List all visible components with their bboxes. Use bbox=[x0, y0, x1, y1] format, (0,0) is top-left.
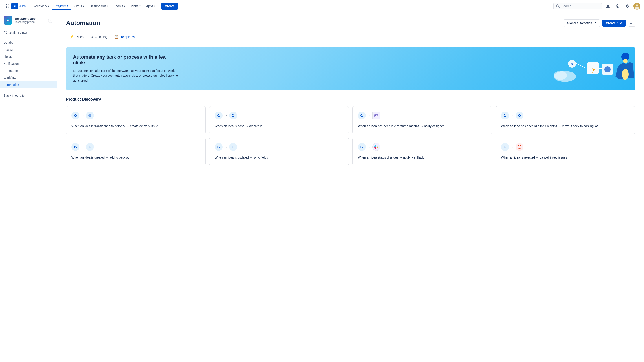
nav-left: Jira Your work ▾ Projects ▾ Filters ▾ Da… bbox=[4, 2, 178, 10]
nav-projects[interactable]: Projects ▾ bbox=[52, 2, 70, 10]
refresh2-icon bbox=[518, 114, 522, 118]
nav-dashboards[interactable]: Dashboards ▾ bbox=[87, 3, 111, 10]
refresh-icon bbox=[74, 145, 78, 149]
card-1-icons: → bbox=[72, 112, 200, 120]
refresh-icon bbox=[503, 145, 507, 149]
svg-text:◈: ◈ bbox=[571, 62, 574, 66]
card-7-icon-refresh bbox=[358, 143, 366, 151]
refresh-icon bbox=[360, 114, 364, 118]
card-1-icon-refresh bbox=[72, 112, 80, 120]
card-4-icons: → bbox=[501, 112, 630, 120]
sidebar-collapse-button[interactable]: ‹ bbox=[48, 17, 54, 23]
create-rule-button[interactable]: Create rule bbox=[602, 19, 626, 26]
card-4-text: When an idea has been idle for 4 months … bbox=[501, 124, 630, 129]
header-actions: Global automation Create rule ··· bbox=[564, 19, 635, 27]
svg-rect-6 bbox=[5, 7, 6, 8]
card-2-arrow-icon: → bbox=[224, 114, 228, 117]
search-input[interactable] bbox=[562, 4, 597, 8]
nav-your-work[interactable]: Your work ▾ bbox=[31, 3, 52, 10]
sidebar-item-access[interactable]: Access bbox=[0, 46, 57, 53]
project-name: Awesome app bbox=[15, 17, 46, 20]
banner-svg-illustration: ◈ bbox=[547, 50, 635, 87]
sidebar-item-features[interactable]: › Features bbox=[0, 67, 57, 74]
card-1-arrow-icon: → bbox=[81, 114, 84, 117]
svg-point-18 bbox=[554, 71, 567, 80]
svg-point-28 bbox=[622, 69, 628, 80]
svg-rect-1 bbox=[6, 4, 7, 5]
project-info: Awesome app Discovery project bbox=[15, 17, 46, 23]
card-2-icon-refresh2 bbox=[229, 112, 237, 120]
svg-rect-8 bbox=[8, 7, 8, 8]
automation-card-8[interactable]: → When an idea is rejected → cancel link… bbox=[496, 138, 635, 166]
search-box[interactable] bbox=[554, 3, 602, 9]
back-arrow-icon bbox=[4, 31, 7, 34]
help-button[interactable] bbox=[614, 3, 621, 10]
automation-card-1[interactable]: → When an idea is transitioned to delive… bbox=[66, 106, 206, 134]
refresh2-icon bbox=[231, 114, 235, 118]
svg-text:A: A bbox=[7, 19, 8, 21]
user-avatar[interactable] bbox=[634, 3, 640, 10]
sidebar-item-details[interactable]: Details bbox=[0, 39, 57, 46]
automation-card-4[interactable]: → When an idea has been idle for 4 month… bbox=[496, 106, 635, 134]
app-switcher-button[interactable] bbox=[4, 3, 10, 9]
refresh-icon bbox=[217, 145, 220, 149]
diamond-icon bbox=[88, 114, 92, 118]
back-to-views-button[interactable]: Back to views bbox=[0, 28, 57, 37]
sidebar-item-notifications[interactable]: Notifications bbox=[0, 60, 57, 67]
sidebar-item-automation[interactable]: Automation bbox=[0, 81, 57, 88]
sidebar-navigation: Details Access Fields Notifications › Fe… bbox=[0, 37, 57, 362]
svg-point-16 bbox=[4, 31, 7, 34]
banner-illustration: ◈ bbox=[547, 47, 635, 90]
svg-rect-3 bbox=[5, 6, 6, 6]
automation-card-5[interactable]: → When an idea is created → add to backl… bbox=[66, 138, 206, 166]
jira-brand-label: Jira bbox=[19, 4, 26, 8]
nav-teams[interactable]: Teams ▾ bbox=[111, 3, 128, 10]
main-content: Automation Global automation Create rule… bbox=[57, 12, 644, 362]
card-7-icons: → bbox=[358, 143, 486, 151]
chevron-down-icon: ▾ bbox=[83, 5, 84, 7]
card-3-arrow-icon: → bbox=[368, 114, 370, 117]
card-6-arrow-icon: → bbox=[224, 145, 228, 149]
cancel-icon bbox=[518, 145, 522, 149]
create-button[interactable]: Create bbox=[162, 3, 178, 10]
nav-apps[interactable]: Apps ▾ bbox=[144, 3, 158, 10]
card-3-icon-mail bbox=[372, 112, 380, 120]
nav-plans[interactable]: Plans ▾ bbox=[128, 3, 143, 10]
tab-rules[interactable]: ⚡ Rules bbox=[66, 32, 87, 42]
svg-point-11 bbox=[635, 7, 639, 10]
external-link-icon bbox=[594, 21, 596, 25]
sidebar-item-fields[interactable]: Fields bbox=[0, 53, 57, 60]
nav-filters[interactable]: Filters ▾ bbox=[71, 3, 87, 10]
mail-icon bbox=[374, 114, 378, 118]
global-automation-button[interactable]: Global automation bbox=[564, 19, 600, 27]
tab-templates[interactable]: 📋 Templates bbox=[111, 32, 138, 42]
tab-audit-log[interactable]: ◎ Audit log bbox=[87, 32, 111, 42]
section-title: Product Discovery bbox=[66, 97, 635, 102]
features-chevron-icon: › bbox=[4, 70, 4, 72]
jira-logo[interactable]: Jira bbox=[12, 3, 26, 9]
notifications-button[interactable] bbox=[604, 3, 612, 10]
card-3-text: When an idea has been idle for three mon… bbox=[358, 124, 486, 129]
card-7-icon-slack bbox=[372, 143, 380, 151]
chevron-down-icon: ▾ bbox=[107, 5, 108, 7]
chevron-down-icon: ▾ bbox=[67, 4, 68, 7]
automation-card-2[interactable]: → When an idea is done → archive it bbox=[209, 106, 349, 134]
automation-card-6[interactable]: → When an idea is updated → sync fields bbox=[209, 138, 349, 166]
gear-icon bbox=[625, 4, 630, 8]
automation-card-3[interactable]: → When an idea has been idle for three m… bbox=[352, 106, 492, 134]
more-options-button[interactable]: ··· bbox=[628, 19, 635, 26]
sidebar-item-workflow[interactable]: Workflow bbox=[0, 74, 57, 81]
card-6-icon-refresh bbox=[215, 143, 222, 151]
svg-rect-7 bbox=[6, 7, 7, 8]
automation-card-7[interactable]: → When an idea status changes → notify v… bbox=[352, 138, 492, 166]
slack-icon bbox=[374, 145, 378, 149]
refresh-icon bbox=[217, 114, 220, 118]
sidebar-item-slack[interactable]: Slack integration bbox=[0, 92, 57, 99]
chevron-down-icon: ▾ bbox=[154, 5, 155, 7]
page-header: Automation Global automation Create rule… bbox=[66, 19, 635, 27]
svg-rect-0 bbox=[5, 4, 6, 5]
settings-button[interactable] bbox=[624, 3, 631, 10]
card-5-icons: → bbox=[72, 143, 200, 151]
svg-point-30 bbox=[90, 115, 90, 116]
banner-title: Automate any task or process with a few … bbox=[73, 54, 178, 66]
